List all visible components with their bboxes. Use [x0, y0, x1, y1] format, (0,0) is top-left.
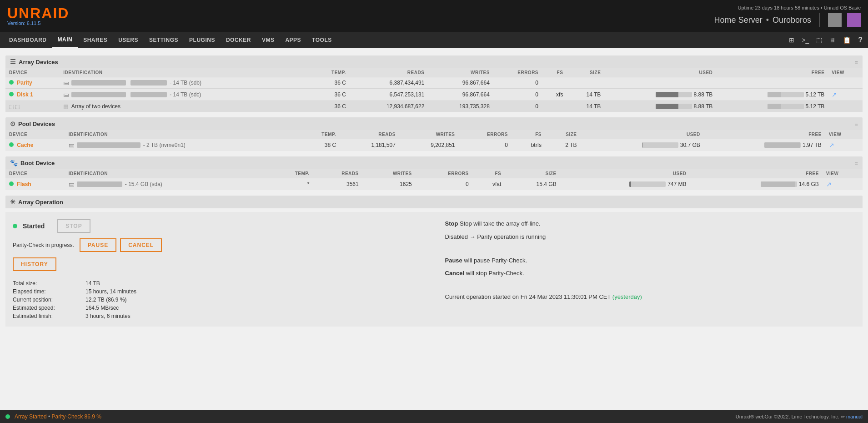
- errors-cell: 0: [416, 178, 472, 191]
- stat-value-4: 3 hours, 6 minutes: [85, 313, 130, 319]
- fs-cell: btrfs: [512, 139, 545, 151]
- errors-cell: 0: [493, 77, 542, 89]
- free-progress-bar: [768, 92, 804, 97]
- summary-free-fill: [768, 104, 781, 109]
- nav-apps[interactable]: APPS: [280, 32, 306, 48]
- summary-device-cell: ⬚ ⬚: [5, 101, 60, 112]
- array-devices-section-header: ☰ Array Devices ≡: [5, 55, 863, 68]
- reads-cell: 3561: [313, 178, 362, 191]
- device-link-cache[interactable]: Cache: [17, 142, 33, 148]
- status-dot: [9, 80, 14, 85]
- flash-used-value: 747 MB: [667, 181, 686, 187]
- server-name: Home Server: [714, 15, 763, 25]
- device-link-flash[interactable]: Flash: [17, 181, 31, 187]
- view-cell[interactable]: ↗: [828, 89, 863, 101]
- theme-color-block[interactable]: [828, 13, 842, 27]
- col-device: DEVICE: [5, 130, 65, 139]
- summary-writes: 193,735,328: [428, 101, 493, 112]
- view-icon-cache[interactable]: ↗: [829, 141, 834, 149]
- free-cell: [716, 77, 828, 89]
- stat-label-1: Elapsed time:: [13, 288, 85, 295]
- view-cell[interactable]: ↗: [825, 139, 863, 151]
- pool-devices-label: Pool Devices: [18, 121, 55, 127]
- stat-label-4: Estimated finish:: [13, 313, 85, 319]
- pause-button[interactable]: PAUSE: [80, 238, 116, 252]
- parity-btn-row: PAUSE CANCEL: [80, 238, 162, 252]
- device-cell: Parity: [5, 77, 60, 89]
- summary-size: 14 TB: [567, 101, 604, 112]
- device-link-disk1[interactable]: Disk 1: [17, 91, 33, 98]
- device-cell: Flash: [5, 178, 65, 191]
- array-op-label: Array Operation: [18, 199, 63, 206]
- view-icon[interactable]: ↗: [832, 91, 837, 98]
- col-used: USED: [580, 130, 703, 139]
- nav-shares[interactable]: SHARES: [78, 32, 113, 48]
- footer-right: Unraid® webGui ©2022, Lime Technology, I…: [736, 414, 863, 420]
- nav-settings[interactable]: SETTINGS: [144, 32, 184, 48]
- cancel-text: will stop Parity-Check.: [466, 270, 524, 277]
- cache-free-fill: [764, 142, 800, 148]
- nav-docker[interactable]: DOCKER: [221, 32, 256, 48]
- nav-dashboard[interactable]: DASHBOARD: [4, 32, 52, 48]
- new-tab-icon[interactable]: ⊞: [787, 35, 796, 45]
- pool-devices-icon: ⊙: [10, 120, 15, 127]
- avatar-block[interactable]: [847, 13, 861, 27]
- nav: DASHBOARD MAIN SHARES USERS SETTINGS PLU…: [0, 32, 868, 48]
- stop-bold: Stop: [445, 220, 458, 227]
- terminal-icon[interactable]: >_: [800, 35, 811, 45]
- array-devices-menu[interactable]: ≡: [854, 59, 858, 65]
- used-cell: 8.88 TB: [604, 89, 716, 101]
- col-size: SIZE: [567, 68, 604, 77]
- nav-plugins[interactable]: PLUGINS: [184, 32, 221, 48]
- pool-devices-menu[interactable]: ≡: [854, 121, 858, 127]
- cache-free-value: 1.97 TB: [803, 142, 822, 148]
- col-fs: FS: [512, 130, 545, 139]
- device-link-parity[interactable]: Parity: [17, 80, 32, 86]
- id-blur-2: [130, 80, 167, 86]
- col-errors: ERRORS: [416, 169, 472, 178]
- col-reads: READS: [350, 68, 428, 77]
- stop-button[interactable]: STOP: [57, 219, 90, 233]
- col-used: USED: [604, 68, 716, 77]
- temp-cell: 38 C: [299, 139, 340, 151]
- boot-device-menu[interactable]: ≡: [854, 160, 858, 166]
- manual-link[interactable]: manual: [846, 414, 863, 419]
- cache-free-bar: [764, 142, 801, 148]
- col-view: VIEW: [825, 130, 863, 139]
- col-fs: FS: [472, 169, 505, 178]
- summary-reads: 12,934,687,622: [350, 101, 428, 112]
- col-free: FREE: [704, 130, 825, 139]
- used-cell: 747 MB: [560, 178, 690, 191]
- col-free: FREE: [716, 68, 828, 77]
- stat-elapsed: Elapsed time: 15 hours, 14 minutes: [13, 288, 431, 295]
- stat-position: Current position: 12.2 TB (86.9 %): [13, 297, 431, 303]
- view-cell[interactable]: ↗: [823, 178, 863, 191]
- monitor-icon[interactable]: ⬚: [814, 35, 824, 45]
- nav-vms[interactable]: VMS: [256, 32, 280, 48]
- col-id: IDENTIFICATION: [65, 130, 299, 139]
- logo: UNRAID: [7, 6, 69, 20]
- cancel-button[interactable]: CANCEL: [120, 238, 162, 252]
- identification-cell: 🖴 - 14 TB (sdb): [60, 77, 312, 89]
- desktop-icon[interactable]: 🖥: [828, 35, 838, 45]
- fs-cell: xfs: [542, 89, 567, 101]
- errors-cell: 0: [459, 139, 512, 151]
- col-device: DEVICE: [5, 68, 60, 77]
- nav-tools[interactable]: TOOLS: [306, 32, 337, 48]
- started-row: Started STOP: [13, 219, 431, 233]
- summary-free-value: 5.12 TB: [806, 103, 825, 110]
- clipboard-icon[interactable]: 📋: [841, 35, 853, 45]
- cache-used-fill: [642, 142, 643, 148]
- nav-users[interactable]: USERS: [113, 32, 144, 48]
- nav-main[interactable]: MAIN: [52, 32, 78, 48]
- summary-label: Array of two devices: [71, 103, 120, 110]
- col-device: DEVICE: [5, 169, 65, 178]
- device-cell: Cache: [5, 139, 65, 151]
- history-button[interactable]: HISTORY: [13, 257, 56, 271]
- id-blur-cache: [77, 142, 140, 148]
- help-icon[interactable]: ?: [856, 34, 864, 46]
- view-icon-flash[interactable]: ↗: [826, 181, 832, 188]
- size-cell: 14 TB: [567, 89, 604, 101]
- stop-text: Stop will take the array off-line.: [460, 220, 541, 227]
- id-cell: 🖴 - 14 TB (sdc): [63, 91, 308, 98]
